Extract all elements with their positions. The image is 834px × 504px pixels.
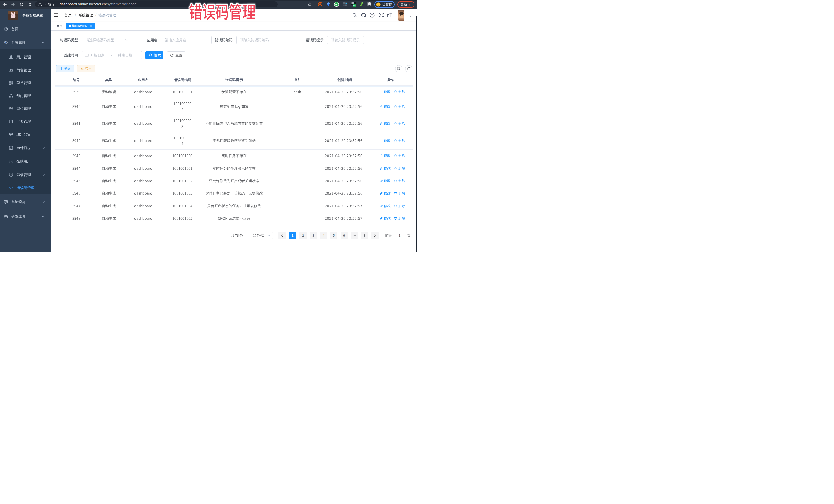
svg-text:on: on bbox=[353, 5, 356, 7]
